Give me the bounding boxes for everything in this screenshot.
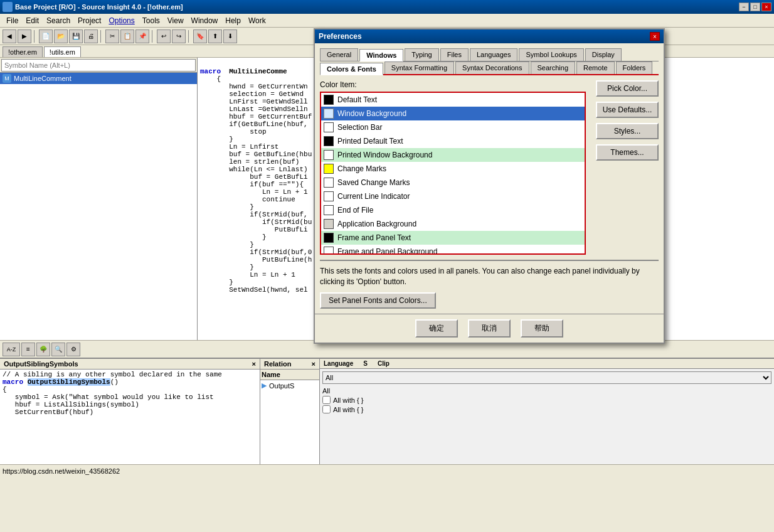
minimize-button[interactable]: −	[739, 3, 749, 11]
lang-item-with-braces-1[interactable]: All with { }	[320, 395, 774, 405]
toolbar-paste[interactable]: 📌	[135, 29, 149, 43]
language-select[interactable]: All	[322, 371, 771, 384]
tab-folders[interactable]: Folders	[616, 61, 653, 74]
doc-tab-other[interactable]: !other.em	[3, 46, 43, 57]
symbol-search-area	[0, 58, 197, 73]
tab-typing[interactable]: Typing	[405, 48, 438, 61]
menu-view[interactable]: View	[164, 15, 188, 26]
toolbar-bookmark3[interactable]: ⬇	[223, 29, 237, 43]
color-item-current-line[interactable]: Current Line Indicator	[321, 189, 585, 203]
menu-edit[interactable]: Edit	[22, 15, 43, 26]
menu-project[interactable]: Project	[74, 15, 105, 26]
color-item-label-current-line: Current Line Indicator	[337, 192, 410, 201]
bottom-gear-button[interactable]: ⚙	[66, 343, 80, 356]
pick-color-button[interactable]: Pick Color...	[596, 80, 659, 97]
tab-colors-fonts[interactable]: Colors & Fonts	[320, 63, 383, 75]
use-defaults-button[interactable]: Use Defaults...	[596, 102, 659, 118]
color-swatch-printed-window-bg	[324, 150, 334, 160]
left-panel: M MultiLineComment	[0, 58, 198, 340]
dialog-ok-button[interactable]: 确定	[415, 319, 458, 338]
color-swatch-frame-panel-bg	[324, 247, 334, 255]
dialog-close-button[interactable]: ×	[650, 32, 660, 41]
dialog-help-button[interactable]: 帮助	[521, 319, 563, 338]
themes-button[interactable]: Themes...	[596, 144, 659, 161]
toolbar-sep-3	[152, 30, 154, 43]
color-item-frame-panel-bg[interactable]: Frame and Panel Background	[321, 245, 585, 255]
menu-work[interactable]: Work	[245, 15, 270, 26]
bottom-list-button[interactable]: ≡	[21, 343, 35, 356]
lang-checkbox-2[interactable]	[322, 405, 331, 413]
menu-help[interactable]: Help	[221, 15, 245, 26]
toolbar-copy[interactable]: 📋	[120, 29, 134, 43]
tab-languages[interactable]: Languages	[470, 48, 517, 61]
toolbar-bookmark1[interactable]: 🔖	[193, 29, 207, 43]
dialog-cancel-button[interactable]: 取消	[468, 319, 511, 338]
toolbar-back[interactable]: ◀	[3, 29, 16, 43]
relation-item[interactable]: ▶ OutputS	[260, 380, 319, 391]
color-list-area: Color Item: Default Text Window Backgrou…	[320, 80, 586, 255]
toolbar-print[interactable]: 🖨	[84, 29, 98, 43]
bottom-search-button[interactable]: 🔍	[51, 343, 65, 356]
color-item-label-selection-bar: Selection Bar	[337, 123, 382, 132]
toolbar-cut[interactable]: ✂	[105, 29, 119, 43]
color-item-label-end-of-file: End of File	[337, 206, 373, 215]
color-item-window-bg[interactable]: Window Background	[321, 107, 585, 120]
lang-checkbox-1[interactable]	[322, 396, 331, 404]
tab-syntax-decorations[interactable]: Syntax Decorations	[455, 61, 529, 74]
dialog-divider	[320, 260, 659, 261]
toolbar-open[interactable]: 📂	[54, 29, 68, 43]
tab-display[interactable]: Display	[585, 48, 622, 61]
color-item-selection-bar[interactable]: Selection Bar	[321, 120, 585, 134]
lang-item-all[interactable]: All	[320, 386, 774, 395]
relation-close-icon[interactable]: ×	[312, 360, 315, 368]
symbol-search-input[interactable]	[1, 59, 196, 72]
menu-search[interactable]: Search	[43, 15, 74, 26]
menu-file[interactable]: File	[3, 15, 22, 26]
color-item-label: Color Item:	[320, 80, 586, 89]
color-item-label-default-text: Default Text	[337, 95, 377, 104]
tab-files[interactable]: Files	[440, 48, 469, 61]
styles-button[interactable]: Styles...	[596, 123, 659, 139]
toolbar-forward[interactable]: ▶	[18, 29, 31, 43]
symbol-item-multiline[interactable]: M MultiLineComment	[0, 73, 197, 84]
close-button[interactable]: ×	[761, 3, 771, 11]
toolbar-bookmark2[interactable]: ⬆	[208, 29, 222, 43]
set-panel-fonts-button[interactable]: Set Panel Fonts and Colors...	[320, 292, 436, 309]
doc-tab-utils[interactable]: !utils.em	[44, 46, 81, 57]
bottom-tree-button[interactable]: 🌳	[36, 343, 50, 356]
tab-searching[interactable]: Searching	[531, 61, 576, 74]
color-item-saved-change-marks[interactable]: Saved Change Marks	[321, 176, 585, 189]
tab-windows[interactable]: Windows	[359, 49, 403, 61]
tab-syntax-formatting[interactable]: Syntax Formatting	[384, 61, 454, 74]
bottom-az-button[interactable]: A-Z	[3, 343, 20, 356]
color-item-end-of-file[interactable]: End of File	[321, 203, 585, 217]
toolbar-undo[interactable]: ↩	[157, 29, 171, 43]
lang-item-with-braces-2[interactable]: All with { }	[320, 405, 774, 414]
toolbar-save[interactable]: 💾	[69, 29, 83, 43]
color-item-printed-window-bg[interactable]: Printed Window Background	[321, 148, 585, 162]
color-swatch-printed-default-text	[324, 136, 334, 146]
toolbar-redo[interactable]: ↪	[172, 29, 186, 43]
tab-general[interactable]: General	[320, 48, 358, 61]
color-item-change-marks[interactable]: Change Marks	[321, 162, 585, 176]
color-item-frame-panel-text[interactable]: Frame and Panel Text	[321, 231, 585, 245]
right-clip-label: Clip	[378, 360, 390, 367]
color-item-default-text[interactable]: Default Text	[321, 93, 585, 107]
maximize-button[interactable]: □	[750, 3, 760, 11]
tab-remote[interactable]: Remote	[576, 61, 615, 74]
color-swatch-saved-change-marks	[324, 178, 334, 188]
color-item-app-bg[interactable]: Application Background	[321, 217, 585, 231]
status-bar-url: https://blog.csdn.net/weixin_43568262	[3, 467, 120, 475]
toolbar-sep-4	[188, 30, 191, 43]
menu-tools[interactable]: Tools	[139, 15, 164, 26]
color-item-printed-default-text[interactable]: Printed Default Text	[321, 134, 585, 148]
bottom-right-panel: Language S Clip All All All with { } All…	[320, 359, 774, 464]
symbol-icon-multiline: M	[3, 74, 11, 83]
menu-options[interactable]: Options	[105, 15, 138, 26]
bottom-left-close-icon[interactable]: ×	[252, 360, 256, 368]
menu-window[interactable]: Window	[188, 15, 222, 26]
toolbar-new[interactable]: 📄	[39, 29, 53, 43]
tab-symbol-lookups[interactable]: Symbol Lookups	[519, 48, 583, 61]
color-swatch-change-marks	[324, 164, 334, 174]
right-panel-header: Language S Clip	[320, 359, 774, 369]
